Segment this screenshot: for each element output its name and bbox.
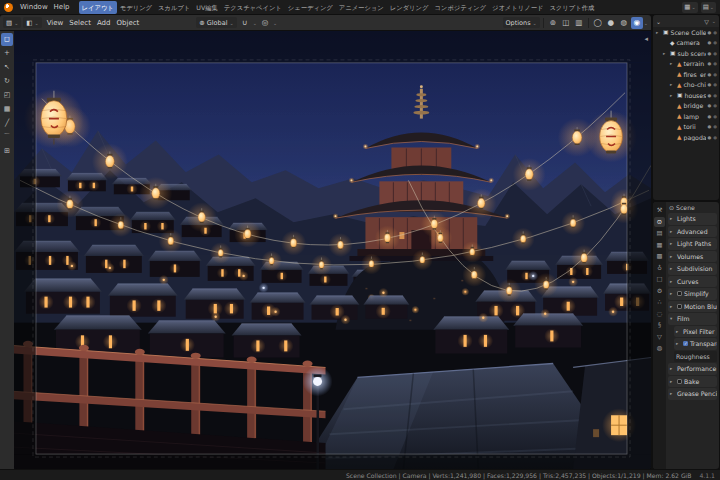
checkbox-motion-blur[interactable] (677, 304, 682, 309)
overlays-toggle-icon[interactable]: ◫ (560, 17, 572, 29)
outliner-row-houses[interactable]: ▸▣houses●● (653, 90, 719, 101)
tool-rotate[interactable]: ↻ (1, 75, 13, 88)
render-visibility-icon[interactable]: ● (713, 61, 717, 66)
outliner-row-cho-chin[interactable]: ▸▲cho-chin●● (653, 80, 719, 91)
menu-select[interactable]: Select (66, 19, 94, 27)
tool-move[interactable]: ↖ (1, 61, 13, 74)
visibility-eye-icon[interactable]: ● (708, 51, 712, 56)
blender-logo-icon[interactable] (4, 3, 13, 12)
panel-subdivision[interactable]: ▸Subdivision (668, 263, 717, 275)
visibility-eye-icon[interactable]: ● (708, 93, 712, 98)
checkbox-simplify[interactable] (677, 291, 682, 296)
menu-help[interactable]: Help (51, 0, 73, 14)
props-tab-scene[interactable]: ▩ (654, 251, 665, 262)
shading-material-preview-icon[interactable]: ◍ (618, 17, 630, 29)
visibility-eye-icon[interactable]: ● (708, 82, 712, 87)
props-tab-constraints[interactable]: § (654, 320, 665, 331)
tool-annotate[interactable]: ╱ (1, 117, 13, 130)
panel-film[interactable]: ▾Film (668, 313, 717, 325)
panel-light-paths[interactable]: ▸Light Paths (668, 238, 717, 250)
shading-solid-icon[interactable]: ● (605, 17, 617, 29)
render-visibility-icon[interactable]: ● (713, 93, 717, 98)
render-visibility-icon[interactable]: ● (713, 51, 717, 56)
visibility-eye-icon[interactable]: ● (708, 61, 712, 66)
tool-measure[interactable]: ⌒ (1, 131, 13, 144)
panel-roughness[interactable]: Roughness (674, 351, 717, 363)
render-visibility-icon[interactable]: ● (713, 72, 717, 77)
render-visibility-icon[interactable]: ● (713, 124, 717, 129)
render-visibility-icon[interactable]: ● (713, 40, 717, 45)
props-tab-output[interactable]: ▤ (654, 228, 665, 239)
panel-transparent[interactable]: ▸✓Transparent (674, 338, 717, 350)
workspace-tab-10[interactable]: スクリプト作成 (546, 1, 597, 14)
props-tab-object-data[interactable]: ▽ (654, 332, 665, 343)
render-visibility-icon[interactable]: ● (713, 30, 717, 35)
shading-rendered-icon[interactable]: ◉ (631, 17, 643, 29)
panel-pixel-filter[interactable]: ▸Pixel Filter (674, 326, 717, 338)
panel-advanced[interactable]: ▸Advanced (668, 226, 717, 238)
workspace-tab-5[interactable]: シェーディング (285, 1, 336, 14)
props-tab-material[interactable]: ◍ (654, 343, 665, 354)
props-tab-physics[interactable]: ◌ (654, 309, 665, 320)
panel-performance[interactable]: ▸Performance (668, 363, 717, 375)
props-tab-object[interactable]: □ (654, 274, 665, 285)
workspace-tab-6[interactable]: アニメーション (336, 1, 387, 14)
props-tab-render[interactable]: ⊙ (654, 217, 665, 228)
outliner-row-bridge[interactable]: ▲bridge●● (653, 101, 719, 112)
options-dropdown[interactable]: Options ⌄ (503, 17, 540, 28)
visibility-eye-icon[interactable]: ● (708, 124, 712, 129)
panel-volumes[interactable]: ▸Volumes (668, 251, 717, 263)
outliner-editor-icon[interactable]: ⌄ (656, 18, 661, 25)
outliner-row-scene-collection[interactable]: ▸▣Scene Collection●● (653, 27, 719, 38)
proportional-editing-icon[interactable]: ◎ (259, 17, 271, 29)
mode-dropdown[interactable]: ◧ ⌄ (23, 17, 41, 28)
outliner-row-camera[interactable]: ◆camera●● (653, 38, 719, 49)
workspace-tab-1[interactable]: モデリング (117, 1, 155, 14)
props-tab-particles[interactable]: ∴ (654, 297, 665, 308)
render-visibility-icon[interactable]: ● (713, 114, 717, 119)
panel-grease-pencil[interactable]: ▸Grease Pencil (668, 388, 717, 400)
tool-transform[interactable]: ▦ (1, 103, 13, 116)
editor-type-button[interactable]: ▧ ⌄ (3, 17, 21, 28)
scene-selector[interactable]: ▦ ⌄ (682, 2, 697, 13)
visibility-eye-icon[interactable]: ● (708, 30, 712, 35)
menu-add[interactable]: Add (94, 19, 114, 27)
chevron-down-icon[interactable]: ⌄ (644, 20, 648, 26)
gizmo-toggle-icon[interactable]: ⊚ (547, 17, 559, 29)
outliner-row-lamp[interactable]: ▲lamp●● (653, 111, 719, 122)
outliner-row-sub-scene[interactable]: ▸▣sub scene●● (653, 48, 719, 59)
checkbox-transparent[interactable]: ✓ (683, 341, 688, 346)
panel-lights[interactable]: ▸Lights (668, 213, 717, 225)
outliner-row-fires-env[interactable]: ▲fires_env●● (653, 69, 719, 80)
workspace-tab-3[interactable]: UV編集 (193, 1, 221, 14)
checkbox-bake[interactable] (677, 379, 682, 384)
snap-magnet-icon[interactable]: ∪ (239, 17, 251, 29)
tool-scale[interactable]: ◰ (1, 89, 13, 102)
props-tab-modifiers[interactable]: ⚙ (654, 286, 665, 297)
panel-motion-blur[interactable]: ▸Motion Blur (668, 301, 717, 313)
render-visibility-icon[interactable]: ● (713, 103, 717, 108)
render-visibility-icon[interactable]: ● (713, 82, 717, 87)
workspace-tab-4[interactable]: テクスチャペイント (221, 1, 285, 14)
menu-window[interactable]: Window (17, 0, 51, 14)
menu-object[interactable]: Object (114, 19, 143, 27)
visibility-eye-icon[interactable]: ● (708, 135, 712, 140)
chevron-down-icon[interactable]: ⌄ (712, 18, 716, 24)
viewport-canvas[interactable] (14, 31, 651, 469)
visibility-eye-icon[interactable]: ● (708, 72, 712, 77)
props-tab-active-tool[interactable]: ⚒ (654, 205, 665, 216)
transform-orientation-dropdown[interactable]: ⊕ Global ⌄ (196, 17, 236, 28)
panel-bake[interactable]: ▸Bake (668, 376, 717, 388)
tool-select-box[interactable]: ◻ (1, 33, 13, 46)
workspace-tab-0[interactable]: レイアウト (79, 1, 117, 14)
workspace-tab-7[interactable]: レンダリング (387, 1, 432, 14)
shading-wireframe-icon[interactable]: ◯ (592, 17, 604, 29)
menu-view[interactable]: View (44, 19, 67, 27)
props-tab-world[interactable]: ♁ (654, 263, 665, 274)
visibility-eye-icon[interactable]: ● (708, 114, 712, 119)
filter-funnel-icon[interactable]: ▽ (704, 18, 709, 25)
workspace-tab-2[interactable]: スカルプト (155, 1, 193, 14)
workspace-tab-9[interactable]: ジオメトリノード (489, 1, 546, 14)
workspace-tab-8[interactable]: コンポジティング (431, 1, 489, 14)
props-tab-view-layer[interactable]: ▦ (654, 240, 665, 251)
